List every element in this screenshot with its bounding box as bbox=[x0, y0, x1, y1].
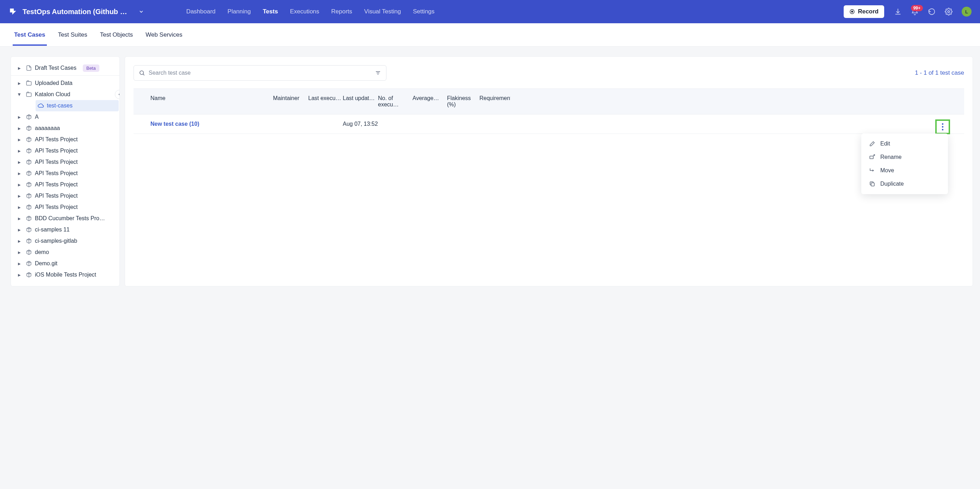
nav-settings[interactable]: Settings bbox=[413, 8, 434, 15]
download-icon[interactable] bbox=[894, 8, 902, 16]
caret-icon[interactable]: ▶ bbox=[18, 93, 21, 96]
menu-duplicate[interactable]: Duplicate bbox=[861, 177, 948, 191]
tab-test-objects[interactable]: Test Objects bbox=[100, 24, 133, 45]
th-last-executed[interactable]: Last execu… bbox=[308, 95, 343, 108]
box-icon bbox=[26, 226, 32, 233]
box-icon bbox=[26, 249, 32, 255]
tree-draft-test-cases[interactable]: ▶ Draft Test Cases Beta bbox=[26, 62, 116, 73]
history-icon[interactable] bbox=[928, 8, 935, 16]
caret-icon[interactable]: ▶ bbox=[18, 126, 21, 131]
caret-icon[interactable]: ▶ bbox=[18, 149, 21, 153]
th-flakiness[interactable]: Flakiness (%) bbox=[447, 95, 479, 108]
tree-label: A bbox=[35, 114, 39, 120]
caret-icon[interactable]: ▶ bbox=[18, 115, 21, 119]
row-context-menu: Edit Rename Move Duplicate bbox=[861, 134, 948, 194]
nav-planning[interactable]: Planning bbox=[228, 8, 251, 15]
cell-maintainer bbox=[273, 121, 308, 127]
caret-icon[interactable]: ▶ bbox=[18, 160, 21, 164]
tree-label: API Tests Project bbox=[35, 204, 78, 210]
filter-icon[interactable] bbox=[375, 70, 381, 76]
caret-icon[interactable]: ▶ bbox=[18, 217, 21, 221]
th-name[interactable]: Name bbox=[150, 95, 273, 108]
nav-tests[interactable]: Tests bbox=[263, 8, 278, 15]
cell-last-exec bbox=[308, 121, 343, 127]
box-icon bbox=[26, 125, 32, 131]
chevron-down-icon[interactable] bbox=[138, 9, 144, 14]
bell-icon[interactable]: 99+ bbox=[911, 8, 919, 16]
record-button[interactable]: Record bbox=[844, 5, 884, 18]
th-no-executions[interactable]: No. of execu… bbox=[378, 95, 412, 108]
svg-rect-14 bbox=[871, 183, 874, 186]
test-case-link[interactable]: New test case (10) bbox=[150, 121, 273, 127]
caret-icon[interactable]: ▶ bbox=[18, 66, 21, 70]
menu-edit[interactable]: Edit bbox=[861, 137, 948, 150]
user-avatar[interactable]: L bbox=[962, 7, 972, 17]
tree-folder[interactable]: ▶Demo.git bbox=[26, 258, 116, 269]
gear-icon[interactable] bbox=[945, 8, 953, 16]
caret-icon[interactable]: ▶ bbox=[18, 205, 21, 209]
caret-icon[interactable]: ▶ bbox=[18, 228, 21, 232]
row-actions-button[interactable] bbox=[935, 119, 950, 134]
tab-test-suites[interactable]: Test Suites bbox=[58, 24, 88, 45]
box-icon bbox=[26, 238, 32, 244]
tree-label: ci-samples 11 bbox=[35, 226, 70, 233]
svg-point-10 bbox=[942, 123, 943, 125]
menu-move[interactable]: Move bbox=[861, 164, 948, 177]
tree-folder[interactable]: ▶iOS Mobile Tests Project bbox=[26, 269, 116, 280]
search-input-wrap[interactable] bbox=[134, 65, 387, 81]
caret-icon[interactable]: ▶ bbox=[18, 262, 21, 266]
caret-icon[interactable]: ▶ bbox=[18, 273, 21, 277]
box-icon bbox=[26, 182, 32, 188]
tree-label: aaaaaaaa bbox=[35, 125, 60, 131]
tree-folder[interactable]: ▶API Tests Project bbox=[26, 145, 116, 156]
tree-folder[interactable]: ▶API Tests Project bbox=[26, 190, 116, 202]
caret-icon[interactable]: ▶ bbox=[18, 138, 21, 142]
nav-reports[interactable]: Reports bbox=[331, 8, 352, 15]
box-icon bbox=[26, 260, 32, 267]
menu-rename[interactable]: Rename bbox=[861, 150, 948, 164]
caret-icon[interactable]: ▶ bbox=[18, 183, 21, 187]
tree-folder[interactable]: ▶API Tests Project bbox=[26, 134, 116, 145]
table-header: Name Maintainer Last execu… Last updat… … bbox=[134, 88, 964, 115]
th-last-updated[interactable]: Last updat… bbox=[343, 95, 378, 108]
search-input[interactable] bbox=[149, 70, 371, 76]
th-requirements[interactable]: Requirements bbox=[479, 95, 511, 108]
sub-tabs: Test Cases Test Suites Test Objects Web … bbox=[0, 23, 980, 46]
tree-folder[interactable]: ▶demo bbox=[26, 247, 116, 258]
tree-folder[interactable]: ▶API Tests Project bbox=[26, 168, 116, 179]
nav-dashboard[interactable]: Dashboard bbox=[186, 8, 216, 15]
tree-folder[interactable]: ▶ci-samples-gitlab bbox=[26, 235, 116, 247]
tree-folder[interactable]: ▶BDD Cucumber Tests Pro… bbox=[26, 213, 116, 224]
caret-icon[interactable]: ▶ bbox=[18, 172, 21, 175]
caret-icon[interactable]: ▶ bbox=[18, 194, 21, 198]
cloud-icon bbox=[38, 102, 44, 109]
caret-icon[interactable]: ▶ bbox=[18, 250, 21, 254]
tree-test-cases-folder[interactable]: test-cases bbox=[36, 100, 119, 111]
tree-uploaded-data[interactable]: ▶ Uploaded Data bbox=[26, 78, 116, 89]
tree-folder[interactable]: ▶A bbox=[26, 111, 116, 123]
nav-visual-testing[interactable]: Visual Testing bbox=[364, 8, 401, 15]
tree-label: API Tests Project bbox=[35, 159, 78, 165]
tree-folder[interactable]: ▶API Tests Project bbox=[26, 202, 116, 213]
tree-folder[interactable]: ▶ci-samples 11 bbox=[26, 224, 116, 235]
tab-test-cases[interactable]: Test Cases bbox=[14, 24, 45, 45]
box-icon bbox=[26, 170, 32, 177]
table-row[interactable]: New test case (10) Aug 07, 13:52 bbox=[134, 115, 964, 134]
chevron-left-icon bbox=[117, 92, 120, 97]
caret-icon[interactable]: ▶ bbox=[18, 239, 21, 243]
top-bar: TestOps Automation (Github … Dashboard P… bbox=[0, 0, 980, 23]
project-switcher[interactable]: TestOps Automation (Github … bbox=[8, 7, 144, 16]
menu-label: Move bbox=[880, 167, 894, 174]
nav-executions[interactable]: Executions bbox=[290, 8, 319, 15]
tree-folder[interactable]: ▶aaaaaaaa bbox=[26, 123, 116, 134]
svg-rect-13 bbox=[870, 156, 873, 159]
th-maintainer[interactable]: Maintainer bbox=[273, 95, 308, 108]
tree-folder[interactable]: ▶API Tests Project bbox=[26, 179, 116, 190]
box-icon bbox=[26, 193, 32, 199]
th-average[interactable]: Average… bbox=[412, 95, 447, 108]
tab-web-services[interactable]: Web Services bbox=[145, 24, 183, 45]
tree-folder[interactable]: ▶API Tests Project bbox=[26, 156, 116, 168]
caret-icon[interactable]: ▶ bbox=[18, 81, 21, 85]
menu-label: Duplicate bbox=[880, 181, 904, 187]
tree-katalon-cloud[interactable]: ▶ Katalon Cloud bbox=[26, 89, 116, 100]
